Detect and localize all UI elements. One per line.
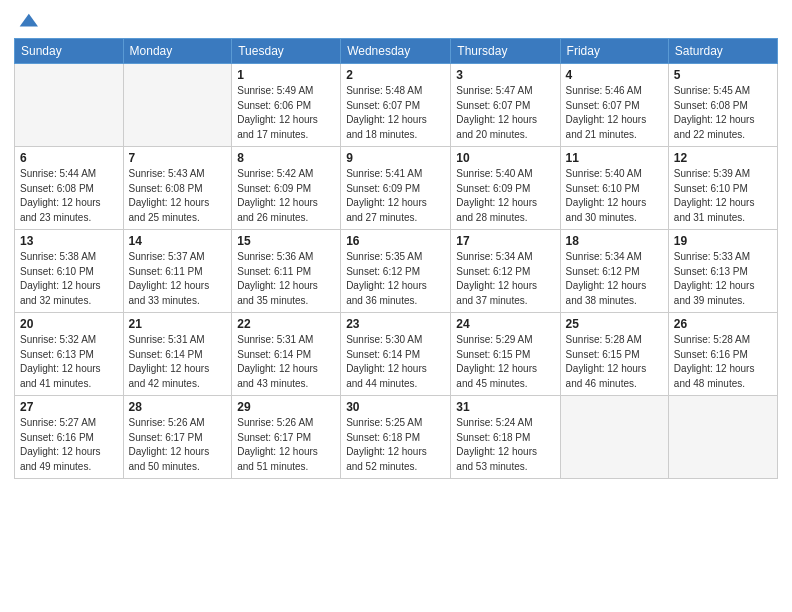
day-info: Sunrise: 5:25 AMSunset: 6:18 PMDaylight:… bbox=[346, 416, 445, 474]
calendar-cell: 24Sunrise: 5:29 AMSunset: 6:15 PMDayligh… bbox=[451, 313, 560, 396]
day-header-monday: Monday bbox=[123, 39, 232, 64]
day-info: Sunrise: 5:48 AMSunset: 6:07 PMDaylight:… bbox=[346, 84, 445, 142]
calendar-cell: 8Sunrise: 5:42 AMSunset: 6:09 PMDaylight… bbox=[232, 147, 341, 230]
svg-marker-0 bbox=[20, 14, 38, 27]
calendar-cell: 16Sunrise: 5:35 AMSunset: 6:12 PMDayligh… bbox=[341, 230, 451, 313]
day-number: 4 bbox=[566, 68, 663, 82]
day-number: 1 bbox=[237, 68, 335, 82]
day-number: 8 bbox=[237, 151, 335, 165]
day-number: 30 bbox=[346, 400, 445, 414]
calendar-cell: 26Sunrise: 5:28 AMSunset: 6:16 PMDayligh… bbox=[668, 313, 777, 396]
week-row-1: 1Sunrise: 5:49 AMSunset: 6:06 PMDaylight… bbox=[15, 64, 778, 147]
calendar-cell: 3Sunrise: 5:47 AMSunset: 6:07 PMDaylight… bbox=[451, 64, 560, 147]
day-info: Sunrise: 5:41 AMSunset: 6:09 PMDaylight:… bbox=[346, 167, 445, 225]
day-info: Sunrise: 5:34 AMSunset: 6:12 PMDaylight:… bbox=[566, 250, 663, 308]
calendar-cell: 10Sunrise: 5:40 AMSunset: 6:09 PMDayligh… bbox=[451, 147, 560, 230]
day-number: 10 bbox=[456, 151, 554, 165]
calendar-cell: 7Sunrise: 5:43 AMSunset: 6:08 PMDaylight… bbox=[123, 147, 232, 230]
day-info: Sunrise: 5:26 AMSunset: 6:17 PMDaylight:… bbox=[237, 416, 335, 474]
day-header-tuesday: Tuesday bbox=[232, 39, 341, 64]
day-number: 31 bbox=[456, 400, 554, 414]
day-number: 22 bbox=[237, 317, 335, 331]
calendar-cell bbox=[15, 64, 124, 147]
day-number: 21 bbox=[129, 317, 227, 331]
day-info: Sunrise: 5:43 AMSunset: 6:08 PMDaylight:… bbox=[129, 167, 227, 225]
day-number: 23 bbox=[346, 317, 445, 331]
calendar-cell: 29Sunrise: 5:26 AMSunset: 6:17 PMDayligh… bbox=[232, 396, 341, 479]
calendar-cell: 31Sunrise: 5:24 AMSunset: 6:18 PMDayligh… bbox=[451, 396, 560, 479]
day-info: Sunrise: 5:31 AMSunset: 6:14 PMDaylight:… bbox=[237, 333, 335, 391]
day-info: Sunrise: 5:28 AMSunset: 6:15 PMDaylight:… bbox=[566, 333, 663, 391]
day-info: Sunrise: 5:30 AMSunset: 6:14 PMDaylight:… bbox=[346, 333, 445, 391]
day-info: Sunrise: 5:27 AMSunset: 6:16 PMDaylight:… bbox=[20, 416, 118, 474]
calendar-cell: 22Sunrise: 5:31 AMSunset: 6:14 PMDayligh… bbox=[232, 313, 341, 396]
calendar-cell bbox=[560, 396, 668, 479]
day-number: 25 bbox=[566, 317, 663, 331]
calendar-cell bbox=[123, 64, 232, 147]
day-info: Sunrise: 5:49 AMSunset: 6:06 PMDaylight:… bbox=[237, 84, 335, 142]
day-number: 24 bbox=[456, 317, 554, 331]
day-info: Sunrise: 5:35 AMSunset: 6:12 PMDaylight:… bbox=[346, 250, 445, 308]
day-info: Sunrise: 5:37 AMSunset: 6:11 PMDaylight:… bbox=[129, 250, 227, 308]
day-number: 12 bbox=[674, 151, 772, 165]
day-number: 9 bbox=[346, 151, 445, 165]
calendar-cell: 20Sunrise: 5:32 AMSunset: 6:13 PMDayligh… bbox=[15, 313, 124, 396]
calendar-cell: 14Sunrise: 5:37 AMSunset: 6:11 PMDayligh… bbox=[123, 230, 232, 313]
day-number: 29 bbox=[237, 400, 335, 414]
week-row-5: 27Sunrise: 5:27 AMSunset: 6:16 PMDayligh… bbox=[15, 396, 778, 479]
day-number: 28 bbox=[129, 400, 227, 414]
day-number: 27 bbox=[20, 400, 118, 414]
day-info: Sunrise: 5:44 AMSunset: 6:08 PMDaylight:… bbox=[20, 167, 118, 225]
day-number: 6 bbox=[20, 151, 118, 165]
calendar-cell: 5Sunrise: 5:45 AMSunset: 6:08 PMDaylight… bbox=[668, 64, 777, 147]
calendar-cell: 17Sunrise: 5:34 AMSunset: 6:12 PMDayligh… bbox=[451, 230, 560, 313]
day-number: 19 bbox=[674, 234, 772, 248]
day-info: Sunrise: 5:46 AMSunset: 6:07 PMDaylight:… bbox=[566, 84, 663, 142]
day-info: Sunrise: 5:47 AMSunset: 6:07 PMDaylight:… bbox=[456, 84, 554, 142]
day-info: Sunrise: 5:39 AMSunset: 6:10 PMDaylight:… bbox=[674, 167, 772, 225]
calendar-cell: 1Sunrise: 5:49 AMSunset: 6:06 PMDaylight… bbox=[232, 64, 341, 147]
calendar-cell: 25Sunrise: 5:28 AMSunset: 6:15 PMDayligh… bbox=[560, 313, 668, 396]
day-info: Sunrise: 5:40 AMSunset: 6:09 PMDaylight:… bbox=[456, 167, 554, 225]
day-info: Sunrise: 5:38 AMSunset: 6:10 PMDaylight:… bbox=[20, 250, 118, 308]
day-number: 13 bbox=[20, 234, 118, 248]
calendar-cell bbox=[668, 396, 777, 479]
day-number: 20 bbox=[20, 317, 118, 331]
calendar-cell: 4Sunrise: 5:46 AMSunset: 6:07 PMDaylight… bbox=[560, 64, 668, 147]
day-info: Sunrise: 5:26 AMSunset: 6:17 PMDaylight:… bbox=[129, 416, 227, 474]
header bbox=[14, 10, 778, 32]
day-info: Sunrise: 5:29 AMSunset: 6:15 PMDaylight:… bbox=[456, 333, 554, 391]
day-info: Sunrise: 5:45 AMSunset: 6:08 PMDaylight:… bbox=[674, 84, 772, 142]
day-number: 15 bbox=[237, 234, 335, 248]
page: SundayMondayTuesdayWednesdayThursdayFrid… bbox=[0, 0, 792, 612]
day-info: Sunrise: 5:40 AMSunset: 6:10 PMDaylight:… bbox=[566, 167, 663, 225]
day-number: 2 bbox=[346, 68, 445, 82]
day-number: 14 bbox=[129, 234, 227, 248]
week-row-2: 6Sunrise: 5:44 AMSunset: 6:08 PMDaylight… bbox=[15, 147, 778, 230]
calendar-cell: 30Sunrise: 5:25 AMSunset: 6:18 PMDayligh… bbox=[341, 396, 451, 479]
day-number: 17 bbox=[456, 234, 554, 248]
calendar-cell: 21Sunrise: 5:31 AMSunset: 6:14 PMDayligh… bbox=[123, 313, 232, 396]
calendar-cell: 2Sunrise: 5:48 AMSunset: 6:07 PMDaylight… bbox=[341, 64, 451, 147]
calendar-cell: 19Sunrise: 5:33 AMSunset: 6:13 PMDayligh… bbox=[668, 230, 777, 313]
day-info: Sunrise: 5:36 AMSunset: 6:11 PMDaylight:… bbox=[237, 250, 335, 308]
calendar-cell: 13Sunrise: 5:38 AMSunset: 6:10 PMDayligh… bbox=[15, 230, 124, 313]
calendar-cell: 12Sunrise: 5:39 AMSunset: 6:10 PMDayligh… bbox=[668, 147, 777, 230]
day-number: 16 bbox=[346, 234, 445, 248]
calendar-cell: 15Sunrise: 5:36 AMSunset: 6:11 PMDayligh… bbox=[232, 230, 341, 313]
calendar-cell: 18Sunrise: 5:34 AMSunset: 6:12 PMDayligh… bbox=[560, 230, 668, 313]
calendar-cell: 23Sunrise: 5:30 AMSunset: 6:14 PMDayligh… bbox=[341, 313, 451, 396]
day-number: 26 bbox=[674, 317, 772, 331]
day-info: Sunrise: 5:31 AMSunset: 6:14 PMDaylight:… bbox=[129, 333, 227, 391]
week-row-3: 13Sunrise: 5:38 AMSunset: 6:10 PMDayligh… bbox=[15, 230, 778, 313]
day-number: 18 bbox=[566, 234, 663, 248]
day-header-thursday: Thursday bbox=[451, 39, 560, 64]
calendar-cell: 9Sunrise: 5:41 AMSunset: 6:09 PMDaylight… bbox=[341, 147, 451, 230]
day-number: 7 bbox=[129, 151, 227, 165]
day-info: Sunrise: 5:33 AMSunset: 6:13 PMDaylight:… bbox=[674, 250, 772, 308]
logo-icon bbox=[16, 10, 38, 32]
day-header-saturday: Saturday bbox=[668, 39, 777, 64]
calendar-header-row: SundayMondayTuesdayWednesdayThursdayFrid… bbox=[15, 39, 778, 64]
logo bbox=[14, 10, 38, 32]
day-number: 11 bbox=[566, 151, 663, 165]
